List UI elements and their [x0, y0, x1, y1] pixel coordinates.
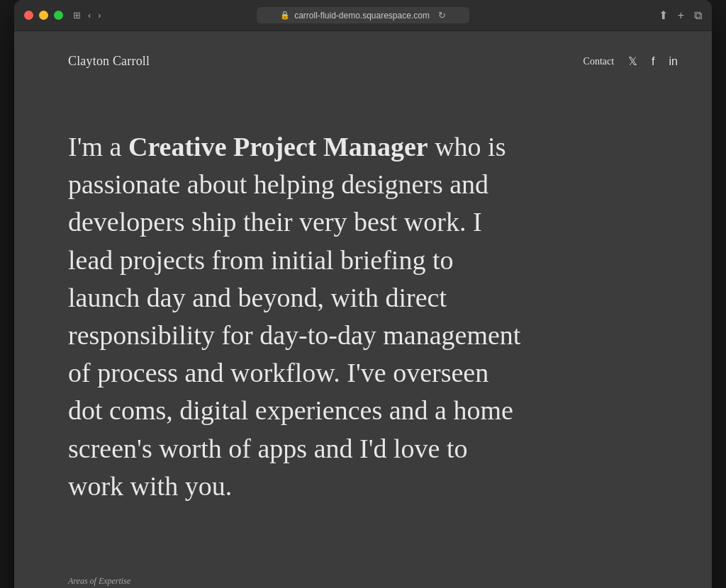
close-button[interactable] — [24, 11, 33, 20]
toolbar-right: ⬆ + ⧉ — [659, 9, 702, 22]
hero-text: I'm a Creative Project Manager who is pa… — [68, 128, 527, 505]
url-text: carroll-fluid-demo.squarespace.com — [294, 11, 430, 21]
expertise-section: Areas of Expertise Sprint Planning Resou… — [14, 562, 712, 588]
browser-window: ⊞ ‹ › 🔒 carroll-fluid-demo.squarespace.c… — [14, 0, 712, 588]
linkedin-link[interactable]: in — [669, 55, 678, 68]
forward-button[interactable]: › — [98, 10, 101, 21]
site-nav: Contact 𝕏 f in — [583, 55, 678, 68]
contact-link[interactable]: Contact — [583, 56, 615, 67]
refresh-icon[interactable]: ↻ — [438, 10, 446, 21]
site-content: Clayton Carroll Contact 𝕏 f in I'm a Cre… — [14, 31, 712, 588]
maximize-button[interactable] — [54, 11, 63, 20]
hero-text-after: who is passionate about helping designer… — [68, 132, 520, 501]
traffic-lights — [24, 11, 63, 20]
hero-section: I'm a Creative Project Manager who is pa… — [14, 86, 581, 562]
expertise-list: Sprint Planning Resource Management — [252, 576, 658, 588]
title-bar: ⊞ ‹ › 🔒 carroll-fluid-demo.squarespace.c… — [14, 0, 712, 31]
window-controls: ⊞ ‹ › — [73, 10, 101, 21]
expertise-label: Areas of Expertise — [68, 576, 252, 587]
address-bar[interactable]: 🔒 carroll-fluid-demo.squarespace.com ↻ — [257, 7, 469, 23]
facebook-link[interactable]: f — [652, 55, 654, 68]
tabs-icon[interactable]: ⧉ — [694, 9, 702, 22]
new-tab-icon[interactable]: + — [678, 9, 684, 22]
twitter-link[interactable]: 𝕏 — [628, 55, 637, 68]
minimize-button[interactable] — [39, 11, 48, 20]
sidebar-toggle-icon[interactable]: ⊞ — [73, 10, 81, 21]
site-header: Clayton Carroll Contact 𝕏 f in — [14, 31, 712, 86]
lock-icon: 🔒 — [280, 11, 290, 20]
expertise-item-sprint: Sprint Planning — [252, 576, 658, 588]
expertise-left: Areas of Expertise — [68, 576, 252, 588]
hero-bold-text: Creative Project Manager — [128, 132, 428, 162]
share-icon[interactable]: ⬆ — [659, 9, 668, 22]
site-logo[interactable]: Clayton Carroll — [68, 54, 150, 69]
back-button[interactable]: ‹ — [88, 10, 91, 21]
hero-text-before: I'm a — [68, 132, 128, 162]
